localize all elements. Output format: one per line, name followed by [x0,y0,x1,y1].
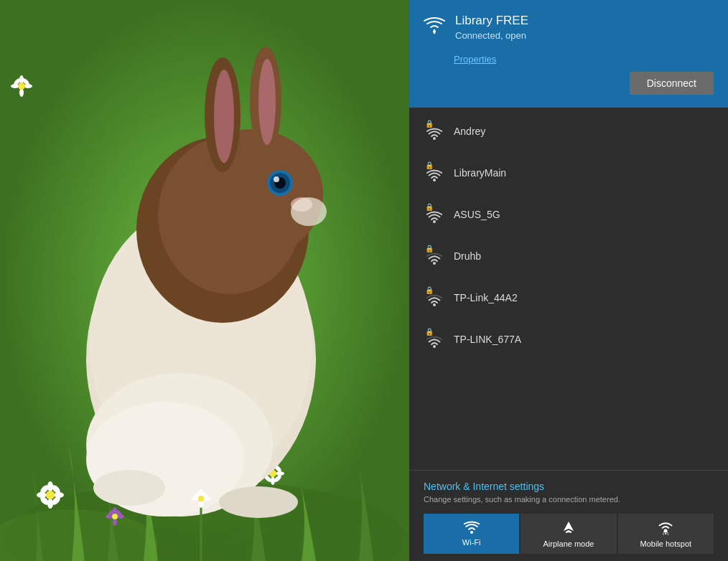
wifi-signal-icon [426,293,442,309]
svg-point-66 [433,137,436,140]
connected-network-header: Library FREE Connected, open [424,13,714,41]
disconnect-button[interactable]: Disconnect [630,72,714,95]
network-item[interactable]: 🔒 TP-LINK_677A [409,319,728,360]
lock-icon: 🔒 [425,120,434,128]
hotspot-icon: (•) [658,521,673,537]
wifi-button-label: Wi-Fi [462,538,481,547]
connected-wifi-icon [424,16,445,37]
mobile-hotspot-button[interactable]: (•) Mobile hotspot [618,514,714,554]
svg-point-72 [470,531,473,534]
svg-point-50 [214,70,234,163]
lock-icon: 🔒 [425,161,434,169]
network-name-label: Druhb [454,250,481,262]
svg-point-37 [112,514,118,519]
wifi-signal-icon [426,127,442,143]
svg-point-71 [433,345,436,348]
svg-text:(•): (•) [663,530,668,535]
lock-icon: 🔒 [425,203,434,211]
lock-icon: 🔒 [425,328,434,336]
connected-network-section: Library FREE Connected, open Properties … [409,0,728,108]
svg-point-52 [258,59,276,145]
nature-illustration [0,0,409,561]
wifi-signal-icon [426,252,442,268]
svg-point-69 [433,262,436,265]
svg-point-64 [198,496,204,501]
airplane-mode-button[interactable]: Airplane mode [521,514,616,554]
svg-point-30 [18,82,25,90]
svg-point-55 [93,470,165,506]
network-item[interactable]: 🔒 ASUS_5G [409,194,728,235]
network-item-icons: 🔒 [424,328,445,351]
network-name-label: Andrey [454,126,485,137]
svg-point-32 [113,519,117,526]
svg-point-56 [219,486,298,518]
svg-point-42 [179,129,323,258]
wifi-signal-icon [426,335,442,351]
network-item-icons: 🔒 [424,286,445,309]
svg-point-68 [433,220,436,223]
settings-description: Change settings, such as making a connec… [424,495,714,504]
network-internet-settings-link[interactable]: Network & Internet settings [424,481,714,492]
airplane-button-label: Airplane mode [543,539,594,548]
bottom-buttons-row: Wi-Fi Airplane mode [424,514,714,554]
background-nature [0,0,409,561]
network-item-icons: 🔒 [424,161,445,184]
connected-network-info: Library FREE Connected, open [455,13,714,41]
connected-network-status: Connected, open [455,30,714,41]
svg-point-18 [276,471,284,476]
connected-network-name: Library FREE [455,13,714,29]
network-item-icons: 🔒 [424,120,445,143]
wifi-button-icon [464,521,480,535]
wifi-toggle-button[interactable]: Wi-Fi [424,514,519,554]
svg-point-14 [46,491,55,499]
network-name-label: LibraryMain [454,167,506,179]
network-name-label: ASUS_5G [454,209,500,220]
disconnect-row: Disconnect [424,72,714,95]
network-item-icons: 🔒 [424,203,445,226]
svg-point-65 [433,30,436,33]
network-item[interactable]: 🔒 TP-Link_44A2 [409,277,728,319]
svg-point-70 [433,303,436,306]
wifi-panel: Library FREE Connected, open Properties … [409,0,728,561]
network-item-icons: 🔒 [424,245,445,268]
properties-link[interactable]: Properties [454,54,714,65]
svg-point-46 [274,176,279,182]
network-list: 🔒 Andrey 🔒 [409,108,728,470]
svg-point-16 [271,476,275,485]
svg-point-67 [433,179,436,182]
lock-icon: 🔒 [425,286,434,294]
network-name-label: TP-Link_44A2 [454,292,518,303]
wifi-signal-icon [426,210,442,226]
wifi-signal-icon [426,169,442,184]
lock-icon: 🔒 [425,245,434,253]
svg-point-59 [199,501,203,508]
hotspot-button-label: Mobile hotspot [640,539,692,548]
network-item[interactable]: 🔒 Andrey [409,110,728,152]
svg-point-48 [291,197,327,226]
network-item[interactable]: 🔒 Druhb [409,235,728,277]
airplane-icon [561,521,577,537]
network-name-label: TP-LINK_677A [454,334,521,345]
network-item[interactable]: 🔒 LibraryMain [409,152,728,194]
bottom-section: Network & Internet settings Change setti… [409,470,728,561]
